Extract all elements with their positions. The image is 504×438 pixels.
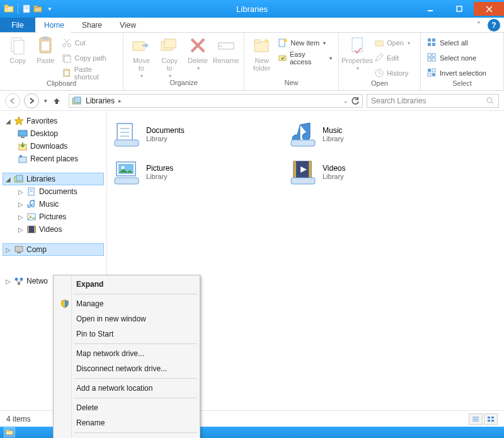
- search-input[interactable]: Search Libraries: [367, 94, 499, 108]
- tree-favorites[interactable]: ◢Favorites: [3, 115, 104, 127]
- qat-newfolder-icon[interactable]: [33, 4, 43, 14]
- tree-computer[interactable]: ▷Comp: [3, 243, 104, 256]
- tab-share[interactable]: Share: [73, 18, 111, 32]
- star-icon: [14, 116, 24, 126]
- ctx-expand[interactable]: Expand: [55, 277, 198, 292]
- forward-button[interactable]: [24, 93, 39, 108]
- svg-line-55: [491, 102, 494, 105]
- close-button[interactable]: [474, 2, 504, 16]
- taskbar-explorer-icon[interactable]: [4, 427, 15, 437]
- tree-documents[interactable]: ▷Documents: [15, 185, 104, 198]
- up-button[interactable]: [52, 96, 65, 105]
- tree-desktop[interactable]: Desktop: [15, 127, 104, 140]
- svg-point-35: [284, 39, 287, 42]
- svg-line-77: [19, 280, 21, 282]
- tree-pictures[interactable]: ▷Pictures: [15, 210, 104, 223]
- qat-dropdown-icon[interactable]: ▼: [45, 6, 55, 12]
- ctx-open-new-window[interactable]: Open in new window: [55, 311, 198, 326]
- svg-rect-15: [42, 42, 49, 50]
- explorer-icon: [4, 4, 14, 14]
- ctx-delete[interactable]: Delete: [55, 400, 198, 415]
- svg-point-54: [487, 98, 492, 103]
- invert-selection-button[interactable]: Invert selection: [425, 67, 489, 79]
- help-icon[interactable]: ?: [488, 19, 500, 32]
- group-open-label: Open: [339, 79, 420, 90]
- properties-button[interactable]: Properties▾: [343, 35, 372, 71]
- qat-properties-icon[interactable]: [22, 4, 32, 14]
- music-icon: [26, 199, 37, 209]
- breadcrumb[interactable]: Libraries: [86, 96, 115, 105]
- svg-rect-75: [18, 282, 20, 285]
- tree-music[interactable]: ▷Music: [15, 198, 104, 210]
- svg-line-76: [16, 280, 19, 282]
- tree-videos[interactable]: ▷Videos: [15, 223, 104, 236]
- open-button[interactable]: Open▾: [372, 37, 413, 49]
- library-item-documents[interactable]: DocumentsLibrary: [113, 118, 271, 150]
- tree-recent-places[interactable]: Recent places: [15, 153, 104, 165]
- svg-rect-96: [491, 417, 494, 418]
- svg-rect-59: [19, 157, 26, 163]
- edit-button[interactable]: Edit: [372, 52, 413, 64]
- refresh-icon[interactable]: [351, 96, 360, 105]
- tree-libraries[interactable]: ◢Libraries: [3, 173, 104, 185]
- svg-rect-47: [432, 58, 435, 61]
- svg-rect-12: [14, 40, 24, 54]
- svg-rect-38: [375, 41, 383, 46]
- ctx-add-network-location[interactable]: Add a network location: [55, 381, 198, 396]
- svg-rect-62: [16, 175, 23, 181]
- ctx-properties[interactable]: Properties: [55, 435, 198, 438]
- rename-button[interactable]: Rename: [212, 35, 240, 64]
- maximize-button[interactable]: [445, 2, 474, 16]
- delete-button[interactable]: Delete▾: [184, 35, 212, 71]
- new-folder-button[interactable]: New folder: [248, 35, 275, 72]
- ribbon-collapse-icon[interactable]: ˄: [472, 18, 485, 32]
- ctx-rename[interactable]: Rename: [55, 415, 198, 430]
- library-item-music[interactable]: MusicLibrary: [290, 118, 447, 150]
- address-bar[interactable]: Libraries▸ ⌄: [69, 94, 363, 108]
- recent-places-icon: [18, 154, 28, 164]
- move-to-button[interactable]: Move to▾: [127, 35, 156, 79]
- tree-downloads[interactable]: Downloads: [15, 140, 104, 153]
- easy-access-button[interactable]: Easy access▾: [275, 52, 335, 64]
- title-bar: ▼ Libraries: [0, 0, 504, 18]
- ctx-pin-to-start[interactable]: Pin to Start: [55, 326, 198, 342]
- svg-rect-42: [428, 43, 431, 46]
- copy-path-button[interactable]: Copy path: [59, 52, 119, 64]
- paste-shortcut-button[interactable]: Paste shortcut: [59, 67, 119, 79]
- details-view-button[interactable]: [469, 413, 483, 425]
- ctx-manage[interactable]: Manage: [55, 296, 198, 311]
- search-icon: [486, 96, 495, 105]
- breadcrumb-caret-icon[interactable]: ▸: [117, 98, 123, 104]
- select-none-button[interactable]: Select none: [425, 52, 489, 64]
- videos-icon: [26, 224, 37, 234]
- copy-button[interactable]: Copy: [4, 35, 32, 64]
- history-button[interactable]: History: [372, 67, 413, 79]
- icons-view-button[interactable]: [484, 413, 498, 425]
- tab-home[interactable]: Home: [35, 18, 73, 32]
- new-item-button[interactable]: New item▾: [275, 37, 335, 49]
- documents-icon: [26, 187, 37, 197]
- quick-access-toolbar: ▼: [0, 4, 55, 14]
- cut-button[interactable]: Cut: [59, 37, 119, 49]
- documents-lib-icon: [113, 121, 140, 147]
- paste-button[interactable]: Paste: [32, 35, 59, 64]
- svg-rect-37: [352, 38, 362, 52]
- minimize-button[interactable]: [416, 2, 445, 16]
- copy-to-button[interactable]: Copy to▾: [156, 35, 184, 79]
- tab-file[interactable]: File: [0, 18, 35, 32]
- pictures-lib-icon: [113, 159, 140, 185]
- recent-locations-icon[interactable]: ▾: [43, 98, 49, 104]
- computer-icon: [14, 245, 24, 255]
- ctx-map-network-drive[interactable]: Map network drive...: [55, 346, 198, 361]
- select-all-button[interactable]: Select all: [425, 37, 489, 49]
- svg-rect-53: [74, 97, 81, 103]
- tree-network-label: Netwo: [26, 277, 48, 285]
- back-button[interactable]: [5, 93, 20, 108]
- tab-view[interactable]: View: [111, 18, 145, 32]
- ribbon-tabs: File Home Share View ˄ ?: [0, 18, 504, 33]
- ctx-disconnect-network-drive[interactable]: Disconnect network drive...: [55, 361, 198, 376]
- svg-rect-83: [291, 140, 315, 146]
- library-item-videos[interactable]: VideosLibrary: [290, 156, 447, 188]
- library-item-pictures[interactable]: PicturesLibrary: [113, 156, 271, 188]
- address-dropdown-icon[interactable]: ⌄: [343, 98, 348, 104]
